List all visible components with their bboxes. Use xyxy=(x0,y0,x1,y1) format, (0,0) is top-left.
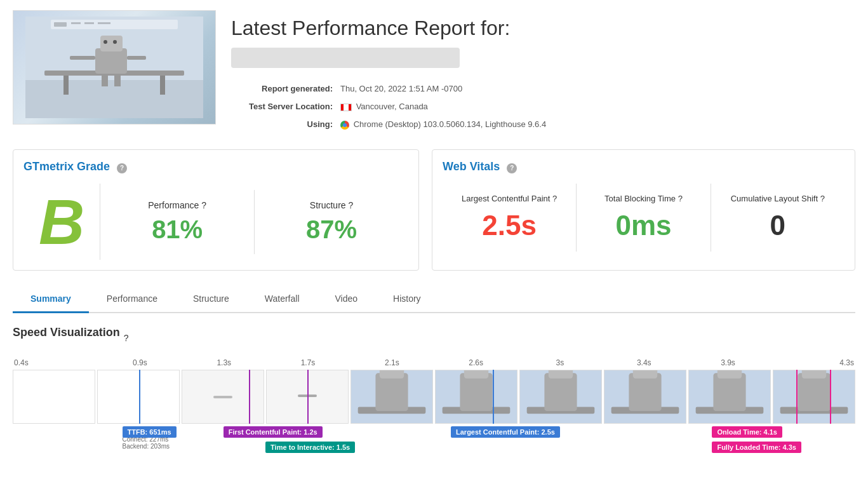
tbt-label: Total Blocking Time ? xyxy=(587,194,700,203)
tbt-value: 0ms xyxy=(587,210,700,241)
ruler-4: 2.1s xyxy=(350,358,434,367)
fcp-vline xyxy=(249,370,250,424)
svg-rect-25 xyxy=(460,373,492,411)
url-bar xyxy=(231,48,460,68)
screenshot-frame-7: TECH AMER xyxy=(519,370,602,424)
onload-label: Onload Time: 4.1s xyxy=(712,426,782,438)
svg-rect-46 xyxy=(802,370,826,379)
fcp-label-block: First Contentful Paint: 1.2s xyxy=(224,426,323,436)
ruler-1: 0.9s xyxy=(98,358,182,367)
svg-rect-45 xyxy=(798,373,830,411)
tab-waterfall[interactable]: Waterfall xyxy=(247,286,317,313)
svg-rect-31 xyxy=(549,370,573,379)
svg-rect-30 xyxy=(544,373,577,411)
cls-label: Cumulative Layout Shift ? xyxy=(721,194,834,203)
ruler-3: 1.7s xyxy=(266,358,350,367)
tab-structure[interactable]: Structure xyxy=(175,286,247,313)
grade-letter: B xyxy=(39,190,84,253)
svg-rect-16 xyxy=(84,22,94,24)
svg-rect-5 xyxy=(95,48,127,74)
tab-history[interactable]: History xyxy=(375,286,439,313)
tab-video[interactable]: Video xyxy=(317,286,376,313)
cls-help-icon[interactable]: ? xyxy=(820,194,825,203)
fully-loaded-vline xyxy=(830,370,831,424)
screenshot-frame-1 xyxy=(13,370,95,424)
screenshot-frame-8: TECH AMER xyxy=(604,370,686,424)
web-vitals-panel: Web Vitals ? Largest Contentful Paint ? … xyxy=(432,149,855,271)
gtmetrix-grade-panel: GTmetrix Grade ? B Performance ? 81% xyxy=(13,149,419,271)
performance-label: Performance ? xyxy=(116,200,239,210)
gtmetrix-grade-title: GTmetrix Grade ? xyxy=(23,160,408,173)
ruler-2: 1.3s xyxy=(182,358,266,367)
svg-point-8 xyxy=(113,40,117,44)
tti-label: Time to Interactive: 1.5s xyxy=(265,442,355,453)
svg-point-7 xyxy=(103,40,107,44)
test-server-value: Vancouver, Canada xyxy=(356,102,428,111)
screenshot-frame-9: TECH AMER xyxy=(688,370,771,424)
lcp-value: 2.5s xyxy=(453,210,566,241)
gtmetrix-help-icon[interactable]: ? xyxy=(117,163,127,173)
svg-rect-15 xyxy=(71,22,81,24)
tabs-section: Summary Performance Structure Waterfall … xyxy=(13,286,855,313)
fcp-label: First Contentful Paint: 1.2s xyxy=(224,426,323,438)
svg-rect-35 xyxy=(629,373,661,411)
page-title: Latest Performance Report for: xyxy=(231,17,855,40)
svg-rect-21 xyxy=(380,370,404,379)
ruler-6: 3s xyxy=(518,358,602,367)
fully-loaded-label-block: Fully Loaded Time: 4.3s xyxy=(712,442,801,452)
ttfb-label: TTFB: 651ms xyxy=(123,426,177,438)
tbt-help-icon[interactable]: ? xyxy=(678,194,683,203)
timeline: 0.4s 0.9s 1.3s 1.7s 2.1s 2.6s 3s 3.4s 3.… xyxy=(13,358,855,471)
onload-label-block: Onload Time: 4.1s xyxy=(712,426,782,436)
tab-performance[interactable]: Performance xyxy=(89,286,175,313)
lcp-help-icon[interactable]: ? xyxy=(552,194,557,203)
screenshot-frame-2 xyxy=(97,370,180,424)
onload-vline xyxy=(796,370,798,424)
ruler-9: 4.3s xyxy=(770,358,854,367)
performance-help-icon[interactable]: ? xyxy=(201,200,206,210)
lcp-vline xyxy=(493,370,494,424)
tab-summary[interactable]: Summary xyxy=(13,286,89,313)
canada-flag-icon xyxy=(340,104,352,111)
svg-rect-12 xyxy=(114,74,121,86)
lcp-label: Largest Contentful Paint ? xyxy=(453,194,566,203)
structure-value: 87% xyxy=(270,215,393,244)
ttfb-label-block: TTFB: 651ms Redirect: 221ms Connect: 227… xyxy=(123,426,170,450)
tti-vline xyxy=(307,370,309,424)
svg-rect-26 xyxy=(464,370,488,379)
screenshot-frame-6: TECH AMEH xyxy=(435,370,517,424)
screenshot-frame-5: TECH AMER xyxy=(351,370,433,424)
report-generated-label: Report generated: xyxy=(231,81,333,97)
ruler-0: 0.4s xyxy=(14,358,98,367)
lcp-label: Largest Contentful Paint: 2.5s xyxy=(451,426,560,438)
svg-rect-40 xyxy=(713,373,745,411)
tti-label-block: Time to Interactive: 1.5s xyxy=(265,442,355,452)
screenshot-frame-10: TECH AMER xyxy=(773,370,855,424)
speed-viz-help-icon[interactable]: ? xyxy=(124,333,129,343)
using-value: Chrome (Desktop) 103.0.5060.134, Lightho… xyxy=(354,119,547,129)
web-vitals-help-icon[interactable]: ? xyxy=(507,163,517,173)
structure-metric: Structure ? 87% xyxy=(255,190,408,254)
svg-rect-3 xyxy=(63,76,69,95)
svg-rect-4 xyxy=(160,76,165,95)
performance-value: 81% xyxy=(116,215,239,244)
cls-vital: Cumulative Layout Shift ? 0 xyxy=(711,184,845,252)
report-generated-value: Thu, Oct 20, 2022 1:51 AM -0700 xyxy=(340,81,462,97)
lcp-vital: Largest Contentful Paint ? 2.5s xyxy=(443,184,577,252)
svg-rect-20 xyxy=(375,373,408,411)
svg-rect-41 xyxy=(718,370,742,379)
fully-loaded-label: Fully Loaded Time: 4.3s xyxy=(712,442,801,453)
structure-label: Structure ? xyxy=(270,200,393,210)
svg-rect-11 xyxy=(102,74,108,86)
ruler-7: 3.4s xyxy=(602,358,686,367)
svg-rect-10 xyxy=(127,56,146,60)
site-thumbnail xyxy=(13,10,216,125)
structure-help-icon[interactable]: ? xyxy=(349,200,354,210)
svg-rect-6 xyxy=(100,36,123,51)
tbt-vital: Total Blocking Time ? 0ms xyxy=(577,184,711,252)
report-meta: Report generated: Thu, Oct 20, 2022 1:51… xyxy=(231,81,855,133)
svg-rect-36 xyxy=(633,370,657,379)
screenshot-frame-3 xyxy=(182,370,264,424)
svg-rect-14 xyxy=(54,22,67,27)
svg-rect-13 xyxy=(51,20,178,29)
